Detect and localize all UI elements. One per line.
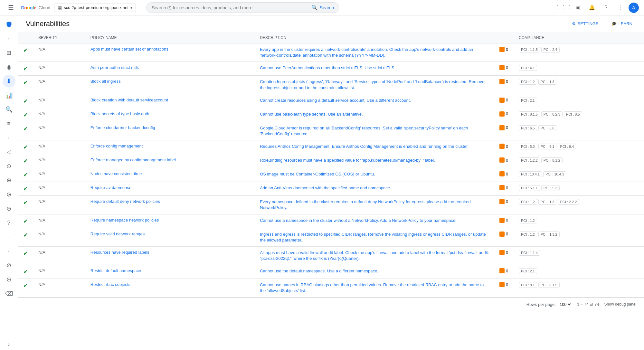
more-options-button[interactable]: ⋮ [614,2,626,14]
row-policy-name[interactable]: Restrict default namespace [85,265,255,279]
hamburger-button[interactable]: ☰ [5,2,17,14]
row-policy-name[interactable]: Apps must have certain set of annotation… [85,43,255,62]
learn-button[interactable]: 🎓 LEARN [608,19,636,28]
row-description[interactable]: Cannot use names in RBAC bindings other … [255,279,494,297]
description-link[interactable]: Every namespace defined in the cluster r… [260,199,471,210]
row-description[interactable]: Google Cloud Armor is required on all 'B… [255,122,494,140]
row-description[interactable]: Every app in the cluster requires a 'net… [255,43,494,62]
description-link[interactable]: All apps must have a valid firewall audi… [260,250,489,261]
row-policy-name[interactable]: Asm peer authn strict mtls [85,62,255,76]
settings-button[interactable]: ⚙ SETTINGS [568,19,602,28]
row-policy-name[interactable]: Require valid network ranges [85,228,255,246]
debug-panel-link[interactable]: Show debug panel [604,302,636,307]
row-policy-name[interactable]: Block secrets of type basic auth [85,108,255,122]
sidebar-item-delete[interactable]: ⌫ [3,287,15,300]
sidebar-item-storage[interactable]: ≡ [3,231,15,243]
description-link[interactable]: Add an Anti-Virus daemonset with the spe… [260,185,391,190]
description-link[interactable]: OS image must be Container-Optimized OS … [260,172,375,176]
count-value: 0 [506,47,508,52]
terminal-button[interactable]: ▣ [572,2,583,14]
row-description[interactable]: OS image must be Container-Optimized OS … [255,168,494,182]
sidebar-item-security[interactable]: ◉ [3,61,15,73]
policy-name-link[interactable]: Require valid network ranges [90,232,145,236]
sidebar-item-api[interactable]: ⊘ [3,259,15,272]
description-link[interactable]: Google Cloud Armor is required on all 'B… [260,126,468,136]
description-link[interactable]: Cannot use names in RBAC bindings other … [260,282,484,293]
row-policy-name[interactable]: Require default deny network policies [85,196,255,214]
sidebar-item-help-2[interactable]: ? [3,216,15,229]
row-policy-name[interactable]: Enforce managed by configmanagement labe… [85,154,255,168]
description-link[interactable]: Ingress and egress is restricted to spec… [260,232,486,242]
policy-name-link[interactable]: Apps must have certain set of annotation… [90,47,168,52]
description-link[interactable]: Cannot use the default namespace. Use a … [260,269,378,273]
sidebar-item-history[interactable]: ⊝ [3,202,15,215]
table-row: ✔N/AAsm peer authn strict mtlsCannot use… [18,62,644,76]
policy-name-link[interactable]: Block all ingress [90,79,121,84]
row-description[interactable]: Creating Ingress objects ('Ingress', 'Ga… [255,76,494,94]
sidebar-item-search-2[interactable]: 🔍 [3,103,15,116]
sidebar-item-back[interactable]: ◁ [3,146,15,158]
help-button[interactable]: ? [600,2,612,14]
policy-name-link[interactable]: Enforce config management [90,144,143,148]
sidebar-item-target[interactable]: ⊚ [3,188,15,201]
row-description[interactable]: Cannot use the default namespace. Use a … [255,265,494,279]
row-status: ✔ [18,43,33,62]
row-description[interactable]: Requires Anthos Config Management. Ensur… [255,140,494,154]
policy-name-link[interactable]: Block creation with default serviceaccou… [90,98,168,102]
description-link[interactable]: RoleBinding resources must have a specif… [260,158,435,163]
sidebar-item-shield[interactable] [3,18,15,31]
sidebar-item-network[interactable]: ⊙ [3,160,15,173]
row-description[interactable]: All apps must have a valid firewall audi… [255,246,494,265]
row-description[interactable]: Cannot create resources using a default … [255,94,494,108]
description-link[interactable]: Cannot create resources using a default … [260,98,411,103]
row-policy-name[interactable]: Nodes have consistent time [85,168,255,182]
row-description[interactable]: Cannot use PeerAuthentications other tha… [255,62,494,76]
row-policy-name[interactable]: Restrict rbac subjects [85,279,255,297]
row-description[interactable]: Cannot use a namespace in the cluster wi… [255,214,494,228]
search-button[interactable]: 🔍 Search [311,5,334,11]
description-link[interactable]: Creating Ingress objects ('Ingress', 'Ga… [260,79,484,90]
row-policy-name[interactable]: Require av daemonset [85,182,255,196]
row-description[interactable]: Ingress and egress is restricted to spec… [255,228,494,246]
row-policy-name[interactable]: Block all ingress [85,76,255,94]
row-policy-name[interactable]: Enforce cloudarmor backendconfig [85,122,255,140]
description-link[interactable]: Cannot use PeerAuthentications other tha… [260,65,395,70]
policy-name-link[interactable]: Require namespace network policies [90,218,159,222]
sidebar-item-vulnerabilities[interactable]: ⬇ [3,75,15,88]
policy-name-link[interactable]: Restrict rbac subjects [90,282,130,287]
policy-name-link[interactable]: Require av daemonset [90,185,133,190]
policy-name-link[interactable]: Resources have required labels [90,250,149,255]
notifications-button[interactable]: 🔔 [586,2,598,14]
policy-name-link[interactable]: Enforce managed by configmanagement labe… [90,157,176,162]
description-link[interactable]: Requires Anthos Config Management. Ensur… [260,144,469,149]
row-description[interactable]: Cannot use basic-auth type secrets. Use … [255,108,494,122]
row-policy-name[interactable]: Enforce config management [85,140,255,154]
row-policy-name[interactable]: Block creation with default serviceaccou… [85,94,255,108]
hamburger-icon: ☰ [8,4,14,12]
policy-name-link[interactable]: Asm peer authn strict mtls [90,65,139,70]
row-description[interactable]: Add an Anti-Virus daemonset with the spe… [255,182,494,196]
sidebar-item-chart[interactable]: 📊 [3,89,15,102]
policy-name-link[interactable]: Restrict default namespace [90,268,141,273]
avatar[interactable]: A [629,3,639,13]
rows-per-page-select[interactable]: 100 50 25 [558,302,572,307]
sidebar-item-list[interactable]: ≡ [3,117,15,130]
description-link[interactable]: Cannot use basic-auth type secrets. Use … [260,112,363,117]
policy-name-link[interactable]: Enforce cloudarmor backendconfig [90,125,155,130]
apps-grid-button[interactable]: ⋮⋮⋮ [558,2,569,14]
policy-name-link[interactable]: Nodes have consistent time [90,171,142,176]
row-description[interactable]: RoleBinding resources must have a specif… [255,154,494,168]
search-input[interactable] [152,5,311,10]
sidebar-item-add[interactable]: ⊕ [3,174,15,187]
row-policy-name[interactable]: Require namespace network policies [85,214,255,228]
sidebar-item-dashboard[interactable]: ⊞ [3,46,15,59]
description-link[interactable]: Cannot use a namespace in the cluster wi… [260,218,456,223]
sidebar-item-settings-2[interactable]: ⊛ [3,273,15,286]
row-description[interactable]: Every namespace defined in the cluster r… [255,196,494,214]
description-link[interactable]: Every app in the cluster requires a 'net… [260,47,473,58]
policy-name-link[interactable]: Block secrets of type basic auth [90,111,149,116]
policy-name-link[interactable]: Require default deny network policies [90,199,160,204]
row-policy-name[interactable]: Resources have required labels [85,246,255,265]
row-compliance: PCI : 1.1.5PCI : 2.4 [514,43,644,62]
project-selector[interactable]: ▦ scc-2p-test-premium-org.joonix.net ▾ [54,4,136,12]
